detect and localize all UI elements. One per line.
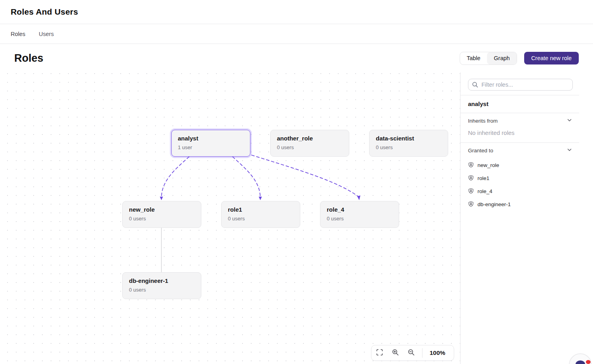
no-inherited-roles-text: No inherited roles [460, 128, 593, 142]
edge-analyst-new_role [161, 157, 189, 197]
filter-roles-input[interactable] [468, 79, 573, 91]
role-node-users: 0 users [327, 216, 392, 222]
zoom-out-button[interactable] [403, 345, 419, 360]
inherits-from-label: Inherits from [468, 118, 498, 124]
role-node-users: 0 users [129, 216, 195, 222]
role-node-title: role1 [228, 206, 294, 213]
inherits-from-header[interactable]: Inherits from [460, 113, 593, 128]
role-shield-icon [468, 201, 474, 208]
role-node-users: 0 users [376, 144, 441, 150]
role-node-users: 1 user [178, 144, 244, 150]
help-widget-logo [576, 360, 585, 364]
role-node-analyst[interactable]: analyst 1 user [171, 130, 250, 157]
granted-role-name: role1 [477, 175, 489, 181]
chevron-down-icon [567, 147, 572, 154]
role-node-role_4[interactable]: role_4 0 users [320, 201, 399, 228]
zoom-out-icon [408, 349, 415, 357]
granted-role-name: db-engineer-1 [477, 201, 511, 207]
granted-role-item[interactable]: role1 [460, 172, 593, 185]
notification-dot [586, 360, 591, 364]
role-shield-icon [468, 162, 474, 169]
tab-roles[interactable]: Roles [11, 31, 25, 37]
chevron-down-icon [567, 117, 572, 124]
role-node-title: analyst [178, 135, 244, 142]
page-header-actions: Table Graph Create new role [460, 52, 579, 65]
edge-arrowhead [357, 195, 360, 200]
granted-role-name: role_4 [477, 188, 493, 194]
create-new-role-button[interactable]: Create new role [524, 52, 579, 64]
granted-to-list: new_role role1 role_4 [460, 158, 593, 211]
toolbar-divider [422, 348, 422, 358]
role-node-title: db-engineer-1 [129, 277, 195, 284]
canvas-toolbar: 100% [371, 345, 454, 361]
role-node-users: 0 users [129, 287, 195, 293]
role-node-title: another_role [277, 135, 343, 142]
role-node-db-engineer-1[interactable]: db-engineer-1 0 users [122, 272, 201, 299]
graph-view-button[interactable]: Graph [487, 52, 516, 64]
main-content: analyst 1 user another_role 0 users data… [0, 72, 593, 364]
role-shield-icon [468, 175, 474, 182]
role-node-another_role[interactable]: another_role 0 users [270, 130, 349, 157]
granted-to-header[interactable]: Granted to [460, 143, 593, 158]
role-node-data-scientist[interactable]: data-scientist 0 users [369, 130, 448, 157]
selected-role-name: analyst [460, 95, 593, 113]
granted-role-item[interactable]: role_4 [460, 185, 593, 198]
edge-arrowhead [160, 197, 163, 200]
zoom-in-button[interactable] [387, 345, 403, 360]
fit-view-button[interactable] [371, 345, 387, 360]
role-node-users: 0 users [228, 216, 294, 222]
zoom-in-icon [392, 349, 399, 357]
app-header: Roles And Users [0, 0, 593, 24]
zoom-level-label: 100% [430, 349, 445, 356]
granted-role-item[interactable]: db-engineer-1 [460, 198, 593, 211]
page-header: Roles Table Graph Create new role [0, 44, 593, 72]
graph-canvas[interactable]: analyst 1 user another_role 0 users data… [0, 72, 460, 364]
table-view-button[interactable]: Table [460, 52, 487, 64]
role-node-new_role[interactable]: new_role 0 users [122, 201, 201, 228]
granted-to-label: Granted to [468, 148, 493, 154]
filter-roles-search [468, 79, 573, 91]
role-shield-icon [468, 188, 474, 195]
role-node-title: data-scientist [376, 135, 441, 142]
edge-arrowhead [259, 197, 262, 200]
edge-analyst-role1 [233, 157, 260, 197]
view-toggle: Table Graph [460, 52, 517, 65]
role-node-users: 0 users [277, 144, 343, 150]
page-title: Roles [14, 52, 44, 64]
search-icon [472, 82, 478, 89]
edge-analyst-role_4 [252, 155, 359, 197]
tab-users[interactable]: Users [39, 31, 54, 37]
nav-tabbar: Roles Users [0, 24, 593, 44]
app-title: Roles And Users [11, 7, 78, 17]
granted-role-name: new_role [477, 162, 499, 168]
fit-view-icon [376, 349, 383, 357]
role-node-title: new_role [129, 206, 195, 213]
role-details-sidebar: analyst Inherits from No inherited roles… [460, 72, 593, 364]
role-node-title: role_4 [327, 206, 392, 213]
role-node-role1[interactable]: role1 0 users [221, 201, 300, 228]
granted-role-item[interactable]: new_role [460, 159, 593, 172]
